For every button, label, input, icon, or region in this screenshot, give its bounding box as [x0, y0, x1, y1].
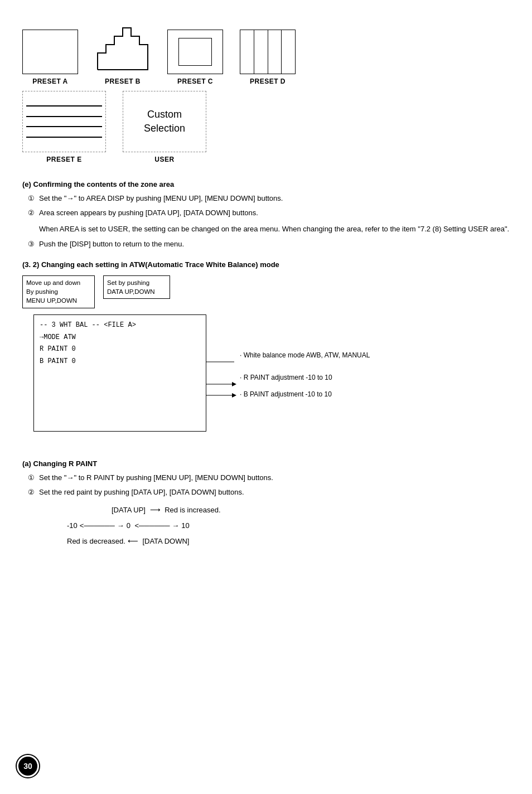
preset-a-icon	[22, 30, 78, 74]
user-item: CustomSelection USER	[123, 91, 206, 163]
atw-diagram: Move up and down By pushing MENU UP,DOWN…	[22, 275, 480, 448]
preset-c-inner	[178, 38, 212, 66]
section-e-indent: When AREA is set to USER, the setting ca…	[39, 224, 510, 235]
page-number: 30	[17, 755, 39, 777]
menu-line-2: →MODE ATW	[40, 332, 200, 344]
annotation-rpaint: · R PAINT adjustment -10 to 10	[240, 373, 332, 383]
callout-right: Set by pushing DATA UP,DOWN	[103, 275, 170, 299]
menu-line-4: B PAINT 0	[40, 356, 200, 368]
section-e-item3: ③ Push the [DISP] button to return to th…	[28, 239, 510, 250]
paint-row1: [DATA UP] ⟶ Red is increased.	[67, 503, 510, 517]
preset-c-icon	[167, 30, 223, 74]
paint-circle-1: ①	[28, 472, 35, 483]
preset-b-item: PRESET B	[95, 17, 151, 85]
circle-1: ①	[28, 193, 35, 204]
annotation-wb: · White balance mode AWB, ATW, MANUAL	[240, 351, 370, 360]
last-line	[282, 30, 295, 74]
preset-e-label: PRESET E	[46, 156, 81, 163]
paint-section: (a) Changing R PAINT ① Set the "→" to R …	[22, 459, 510, 549]
paint-row2: -10 <────── → 0 <────── → 10	[67, 519, 510, 533]
menu-screen: -- 3 WHT BAL -- <FILE A> →MODE ATW R PAI…	[33, 314, 206, 432]
section-e-heading: (e) Confirming the contents of the zone …	[22, 180, 510, 188]
preset-c-item: PRESET C	[167, 30, 223, 85]
preset-b-label: PRESET B	[105, 78, 141, 85]
paint-item1: ① Set the "→" to R PAINT by pushing [MEN…	[28, 472, 510, 483]
preset-a-label: PRESET A	[32, 78, 68, 85]
annotation-bpaint: · B PAINT adjustment -10 to 10	[240, 390, 332, 399]
paint-row3: Red is decreased. ⟵ [DATA DOWN]	[67, 534, 510, 549]
circle-2: ②	[28, 207, 35, 219]
callout-left: Move up and down By pushing MENU UP,DOWN	[22, 275, 95, 308]
custom-selection-text: CustomSelection	[144, 108, 185, 135]
atw-heading: (3. 2) Changing each setting in ATW(Auto…	[22, 260, 510, 269]
long-arrow-right: ⟶	[148, 503, 162, 517]
paint-diagram: [DATA UP] ⟶ Red is increased. -10 <─────…	[67, 503, 510, 549]
section-e-item1: ① Set the "→" to AREA DISP by pushing [M…	[28, 193, 510, 204]
preset-c-label: PRESET C	[177, 78, 213, 85]
presets-row1: PRESET A PRESET B PRESET C PRESET D	[22, 17, 510, 85]
preset-d-icon	[240, 30, 296, 74]
paint-list: ① Set the "→" to R PAINT by pushing [MEN…	[28, 472, 510, 497]
preset-d-label: PRESET D	[250, 78, 286, 85]
user-label: USER	[154, 156, 174, 163]
menu-line-1: -- 3 WHT BAL -- <FILE A>	[40, 319, 200, 332]
section-e-list2: ③ Push the [DISP] button to return to th…	[28, 239, 510, 250]
preset-e-icon	[22, 91, 106, 152]
section-e-list: ① Set the "→" to AREA DISP by pushing [M…	[28, 193, 510, 218]
paint-heading: (a) Changing R PAINT	[22, 459, 510, 468]
paint-circle-2: ②	[28, 487, 35, 498]
presets-row2: PRESET E CustomSelection USER	[22, 91, 510, 163]
menu-line-3: R PAINT 0	[40, 343, 200, 356]
preset-d-item: PRESET D	[240, 30, 296, 85]
user-icon: CustomSelection	[123, 91, 206, 152]
section-e-item2: ② Area screen appears by pushing [DATA U…	[28, 207, 510, 219]
preset-a-item: PRESET A	[22, 30, 78, 85]
circle-3: ③	[28, 239, 35, 250]
atw-section: (3. 2) Changing each setting in ATW(Auto…	[22, 260, 510, 448]
preset-e-item: PRESET E	[22, 91, 106, 163]
paint-item2: ② Set the red paint by pushing [DATA UP]…	[28, 487, 510, 498]
preset-b-icon	[95, 17, 151, 74]
